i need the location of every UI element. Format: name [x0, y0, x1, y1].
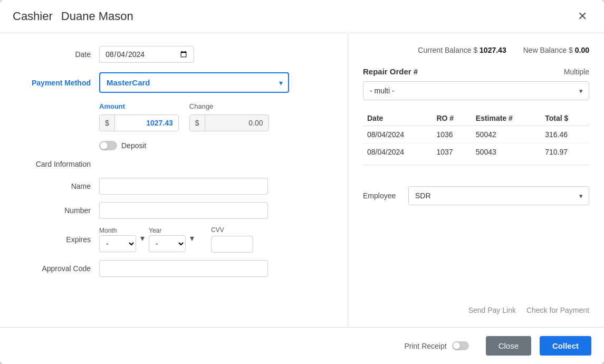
send-pay-link-button[interactable]: Send Pay Link [468, 306, 516, 314]
col-header-estimate: Estimate # [472, 111, 541, 126]
card-number-label: Number [17, 206, 91, 215]
table-cell-total: 710.97 [541, 143, 589, 161]
orders-table-header: Date RO # Estimate # Total $ [363, 111, 589, 126]
card-name-row: Name [17, 178, 331, 195]
amount-row: Amount $ Change $ [17, 102, 331, 131]
payment-method-select[interactable]: MasterCard Visa Cash Check Amex [99, 72, 289, 93]
deposit-label: Deposit [121, 141, 146, 150]
change-group: Change $ [189, 102, 269, 131]
employee-select-wrapper: SDR ▾ [408, 186, 589, 205]
month-select-wrap: Month - 01020304 05060708 09101112 [99, 227, 136, 252]
employee-label: Employee [363, 191, 400, 200]
section-divider [363, 165, 589, 165]
amount-input-wrapper: $ [99, 114, 179, 131]
expires-label: Expires [17, 235, 91, 244]
cvv-input[interactable] [211, 236, 253, 253]
orders-table-body: 08/04/2024103650042316.4608/04/202410375… [363, 126, 589, 161]
date-field[interactable] [105, 50, 188, 59]
table-cell-ro: 1036 [432, 126, 471, 143]
close-button[interactable]: Close [486, 336, 531, 356]
amount-dollar-sign: $ [100, 115, 115, 131]
table-cell-total: 316.46 [541, 126, 589, 143]
print-receipt-row: Print Receipt [404, 341, 468, 350]
toggle-knob [100, 142, 108, 149]
multi-select-wrapper: - multi - ▾ [363, 81, 589, 100]
print-receipt-toggle[interactable] [452, 341, 469, 350]
date-input-wrapper [99, 46, 194, 63]
card-name-label: Name [17, 182, 91, 190]
approval-code-label: Approval Code [17, 264, 91, 273]
month-label: Month [99, 227, 136, 234]
right-bottom-links: Send Pay Link Check for Payment [363, 298, 589, 314]
modal-body: Date Payment Method MasterCard Visa Cash… [0, 33, 604, 327]
payment-method-select-wrapper: MasterCard Visa Cash Check Amex ▾ [99, 72, 289, 93]
repair-order-title: Repair Order # [363, 67, 418, 76]
table-cell-date: 08/04/2024 [363, 143, 432, 161]
amount-group: Amount $ [99, 102, 179, 131]
table-row: 08/04/2024103750043710.97 [363, 143, 589, 161]
expires-group: Month - 01020304 05060708 09101112 ▾ Yea… [99, 226, 253, 253]
deposit-toggle[interactable] [99, 141, 117, 150]
approval-code-input[interactable] [99, 260, 268, 277]
date-row: Date [17, 46, 331, 63]
employee-select[interactable]: SDR [408, 186, 589, 205]
balance-row: Current Balance $ 1027.43 New Balance $ … [363, 46, 589, 54]
print-receipt-toggle-knob [453, 342, 460, 349]
table-row: 08/04/2024103650042316.46 [363, 126, 589, 143]
close-icon-button[interactable]: ✕ [573, 8, 591, 24]
year-label: Year [149, 227, 186, 234]
orders-table: Date RO # Estimate # Total $ 08/04/20241… [363, 111, 589, 160]
cashier-modal: Cashier Duane Mason ✕ Date Payment Metho… [0, 0, 604, 364]
amount-input[interactable] [115, 115, 178, 131]
year-select[interactable]: - 20242025202620272028 [149, 235, 186, 252]
employee-row: Employee SDR ▾ [363, 186, 589, 205]
modal-header: Cashier Duane Mason ✕ [0, 0, 604, 33]
change-dollar-sign: $ [190, 115, 205, 131]
right-panel: Current Balance $ 1027.43 New Balance $ … [348, 33, 604, 327]
change-label: Change [189, 102, 269, 110]
deposit-row: Deposit [99, 141, 331, 150]
card-info-label: Card Information [17, 160, 91, 168]
cvv-group: CVV [211, 226, 253, 253]
year-select-wrap: Year - 20242025202620272028 [149, 227, 186, 252]
date-label: Date [17, 50, 91, 59]
modal-footer: Print Receipt Close Collect [0, 327, 604, 364]
customer-name: Duane Mason [61, 9, 133, 23]
table-cell-estimate: 50042 [472, 126, 541, 143]
payment-method-row: Payment Method MasterCard Visa Cash Chec… [17, 72, 331, 93]
card-number-row: Number [17, 202, 331, 219]
change-input-wrapper: $ [189, 114, 269, 131]
cashier-title: Cashier [13, 9, 53, 23]
check-for-payment-button[interactable]: Check for Payment [526, 306, 589, 314]
col-header-date: Date [363, 111, 432, 126]
card-info-row: Card Information [17, 160, 331, 168]
current-balance: Current Balance $ 1027.43 [418, 46, 506, 54]
multi-select[interactable]: - multi - [363, 81, 589, 100]
new-balance: New Balance $ 0.00 [523, 46, 589, 54]
col-header-ro: RO # [432, 111, 471, 126]
multiple-label: Multiple [564, 68, 589, 76]
amount-section: Amount $ Change $ [99, 102, 269, 131]
amount-label: Amount [99, 102, 179, 110]
table-cell-date: 08/04/2024 [363, 126, 432, 143]
card-name-input[interactable] [99, 178, 268, 195]
card-number-input[interactable] [99, 202, 268, 219]
table-cell-estimate: 50043 [472, 143, 541, 161]
change-input[interactable] [205, 115, 269, 131]
table-cell-ro: 1037 [432, 143, 471, 161]
col-header-total: Total $ [541, 111, 589, 126]
print-receipt-label: Print Receipt [404, 342, 446, 350]
approval-code-row: Approval Code [17, 260, 331, 277]
month-select[interactable]: - 01020304 05060708 09101112 [99, 235, 136, 252]
repair-order-header: Repair Order # Multiple [363, 67, 589, 76]
collect-button[interactable]: Collect [540, 336, 591, 356]
expires-row: Expires Month - 01020304 05060708 091011… [17, 226, 331, 253]
left-panel: Date Payment Method MasterCard Visa Cash… [0, 33, 348, 327]
cvv-label: CVV [211, 226, 253, 234]
payment-method-label: Payment Method [17, 79, 91, 87]
